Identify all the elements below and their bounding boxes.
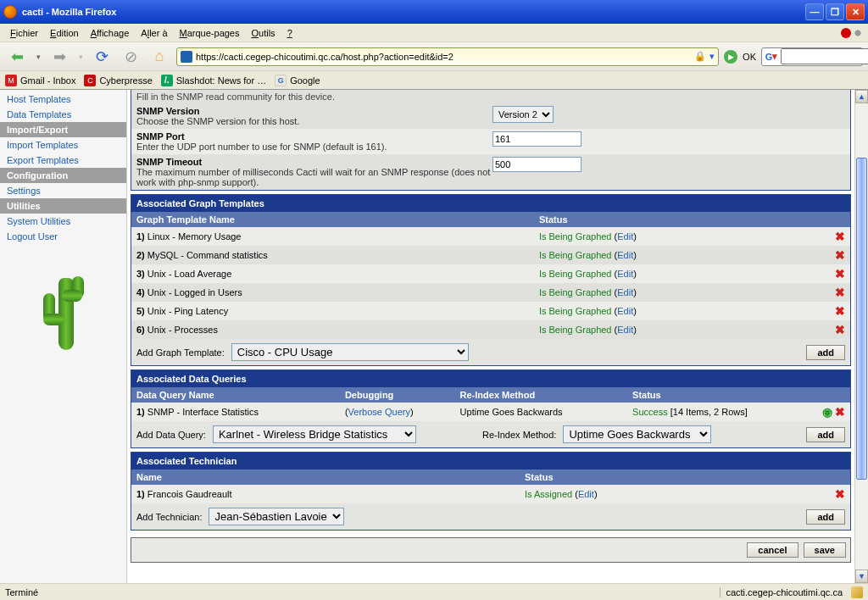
dq-col-status: Status [627, 387, 816, 403]
menu-marquepages[interactable]: Marque-pages [175, 26, 245, 40]
delete-icon[interactable]: ✖ [830, 264, 850, 283]
technician-header: Associated Technician [131, 453, 850, 469]
edit-link[interactable]: Edit [617, 269, 633, 279]
reload-button[interactable]: ⟳ [90, 45, 114, 69]
menu-help[interactable]: ? [282, 26, 298, 40]
menu-outils[interactable]: Outils [247, 26, 281, 40]
gmail-icon: M [5, 75, 17, 86]
verbose-query-link[interactable]: Verbose Query [348, 407, 410, 417]
snmp-version-select[interactable]: Version 2 [492, 106, 554, 123]
scroll-down-icon[interactable]: ▼ [855, 569, 868, 583]
url-dropdown-icon[interactable]: ▾ [709, 51, 715, 62]
snmp-timeout-input[interactable] [492, 157, 581, 172]
sidebar-item-configuration[interactable]: Configuration [0, 168, 126, 183]
bookmark-slashdot[interactable]: /.Slashdot: News for … [161, 75, 266, 86]
edit-link[interactable]: Edit [617, 231, 633, 242]
menu-edition[interactable]: Edition [45, 26, 84, 40]
cacti-logo[interactable] [38, 261, 89, 354]
menu-fichier[interactable]: Fichier [5, 26, 43, 40]
reload-icon[interactable]: ◉ [822, 405, 832, 419]
firefox-icon [3, 5, 17, 19]
snmp-timeout-desc: The maximum number of milliseconds Cacti… [136, 167, 492, 187]
go-button[interactable]: ▶ [724, 50, 737, 64]
sidebar-item-export-templates[interactable]: Export Templates [0, 153, 126, 168]
sidebar-item-logout-user[interactable]: Logout User [0, 229, 126, 244]
scroll-up-icon[interactable]: ▲ [855, 90, 868, 103]
delete-icon[interactable]: ✖ [830, 485, 850, 503]
add-dq-button[interactable]: add [806, 427, 845, 442]
edit-link[interactable]: Edit [617, 287, 633, 297]
url-input[interactable] [196, 52, 691, 62]
forward-dropdown[interactable]: ▾ [76, 45, 85, 69]
table-row: 2) MySQL - Command statisticsIs Being Gr… [131, 246, 850, 264]
add-tech-button[interactable]: add [806, 509, 845, 525]
add-tech-select[interactable]: Jean-Sébastien Lavoie [209, 508, 344, 525]
gt-col-status: Status [534, 212, 830, 227]
bookmark-cyberpresse[interactable]: CCyberpresse [84, 75, 152, 86]
forward-button[interactable]: ➡ [47, 45, 71, 69]
vertical-scrollbar[interactable]: ▲ ▼ [854, 90, 868, 583]
sidebar-item-system-utilities[interactable]: System Utilities [0, 214, 126, 229]
table-row: 1) SNMP - Interface Statistics(Verbose Q… [131, 403, 850, 421]
edit-link[interactable]: Edit [578, 489, 594, 499]
save-button[interactable]: save [804, 542, 846, 558]
status-text: Is Being Graphed [539, 306, 612, 316]
google-icon[interactable]: G▾ [765, 51, 777, 63]
window-titlebar: cacti - Mozilla Firefox — ❐ ✕ [0, 0, 868, 24]
menu-allera[interactable]: Aller à [136, 26, 172, 40]
sidebar-item-data-templates[interactable]: Data Templates [0, 107, 126, 122]
back-dropdown[interactable]: ▾ [34, 45, 42, 69]
add-gt-label: Add Graph Template: [136, 347, 225, 358]
menu-affichage[interactable]: Affichage [86, 26, 135, 40]
snmp-port-input[interactable] [492, 131, 581, 147]
status-text: Is Assigned [525, 489, 572, 499]
minimize-button[interactable]: — [805, 3, 824, 20]
search-input[interactable] [781, 48, 868, 64]
technician-section: Associated Technician NameStatus 1) Fran… [131, 452, 851, 531]
status-text: Is Being Graphed [539, 287, 612, 297]
throbber-icon [853, 28, 863, 38]
sidebar-item-import-export[interactable]: Import/Export [0, 122, 126, 137]
add-gt-button[interactable]: add [806, 345, 845, 360]
scroll-thumb[interactable] [856, 158, 867, 480]
security-padlock-icon[interactable] [851, 586, 863, 598]
edit-link[interactable]: Edit [617, 306, 633, 316]
edit-link[interactable]: Edit [617, 325, 633, 335]
delete-icon[interactable]: ✖ [830, 227, 850, 246]
delete-icon[interactable]: ✖ [830, 320, 850, 339]
home-button[interactable]: ⌂ [147, 45, 171, 69]
slashdot-icon: /. [161, 75, 173, 86]
graph-templates-header: Associated Graph Templates [131, 195, 850, 212]
abp-icon[interactable] [841, 28, 851, 38]
back-button[interactable]: ⬅ [5, 45, 29, 69]
bookmark-google[interactable]: GGoogle [275, 75, 320, 86]
add-gt-select[interactable]: Cisco - CPU Usage [231, 343, 469, 361]
bookmark-gmail[interactable]: MGmail - Inbox [5, 75, 75, 86]
main-panel: Fill in the SNMP read community for this… [127, 90, 868, 583]
status-text: Is Being Graphed [539, 269, 612, 279]
delete-icon[interactable]: ✖ [830, 302, 850, 320]
dq-col-reindex: Re-Index Method [455, 387, 628, 403]
status-text: Is Being Graphed [539, 325, 612, 335]
sidebar-item-settings[interactable]: Settings [0, 183, 126, 198]
sidebar-item-host-templates[interactable]: Host Templates [0, 92, 126, 107]
add-dq-select[interactable]: Karlnet - Wireless Bridge Statistics [213, 425, 416, 443]
close-button[interactable]: ✕ [846, 3, 865, 20]
delete-icon[interactable]: ✖ [830, 246, 850, 264]
gt-col-name: Graph Template Name [131, 212, 534, 227]
favicon-icon [181, 51, 192, 63]
sidebar-item-utilities[interactable]: Utilities [0, 198, 126, 214]
delete-icon[interactable]: ✖ [835, 405, 845, 419]
url-bar[interactable]: 🔒 ▾ [176, 47, 719, 66]
window-title: cacti - Mozilla Firefox [22, 7, 116, 17]
data-queries-header: Associated Data Queries [131, 370, 850, 387]
sidebar-item-import-templates[interactable]: Import Templates [0, 137, 126, 153]
delete-icon[interactable]: ✖ [830, 283, 850, 302]
search-bar[interactable]: G▾ [761, 47, 863, 66]
menu-bar: Fichier Edition Affichage Aller à Marque… [0, 24, 868, 42]
maximize-button[interactable]: ❐ [826, 3, 844, 20]
edit-link[interactable]: Edit [617, 250, 633, 260]
status-text: Success [632, 407, 668, 417]
reindex-select[interactable]: Uptime Goes Backwards [563, 425, 711, 443]
cancel-button[interactable]: cancel [747, 542, 798, 558]
